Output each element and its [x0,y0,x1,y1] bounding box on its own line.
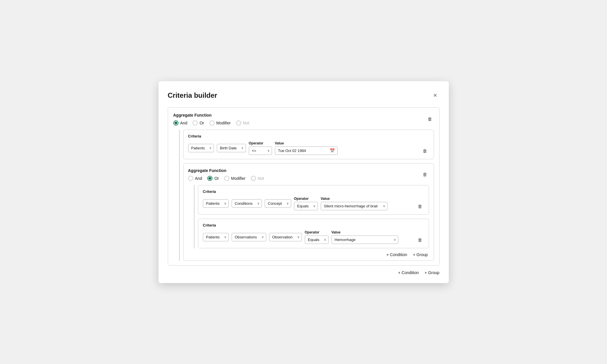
observations-criteria-row: Patients ∨ Observations [203,230,424,244]
outer-aggregate-section: Aggregate Function And Or Modifier [173,113,249,126]
birthdate-patients-group: Patients ∨ [188,144,214,152]
inner-radio-or-input[interactable] [207,176,212,181]
observations-field-wrap: Observation ∨ [269,233,302,241]
conditions-operator-label: Operator [294,197,318,201]
outer-radio-or-input[interactable] [192,120,198,126]
conditions-type-wrap: Conditions ∨ [232,199,262,208]
outer-radio-and-label: And [180,121,188,125]
observations-patients-wrap: Patients ∨ [203,233,229,241]
inner-group-action-row: + Condition + Group [188,252,429,257]
outer-criteria-container: Criteria Patients ∨ [179,130,434,261]
birthdate-field-select[interactable]: Birth Date [217,144,246,152]
inner-group-box: Aggregate Function And Or [183,163,434,261]
inner-radio-row: And Or Modifier [188,176,264,181]
outer-radio-or[interactable]: Or [192,120,204,126]
operator-label: Operator [249,141,272,145]
observations-criteria-delete-button[interactable]: 🗑 [416,236,424,244]
observations-type-select[interactable]: Observations [232,233,266,241]
conditions-value-group: Value Silent micro-hemorrhage of brair ∨ [321,197,388,210]
outer-add-group-button[interactable]: + Group [425,270,440,275]
conditions-criteria-box: Criteria Patients ∨ [198,185,429,215]
observations-value-select[interactable]: Hemorrhage [332,236,398,244]
outer-add-condition-button[interactable]: + Condition [398,270,419,275]
conditions-value-select[interactable]: Silent micro-hemorrhage of brair [321,202,388,210]
birthdate-patients-select[interactable]: Patients [188,144,214,152]
conditions-operator-select[interactable]: Equals [294,202,318,210]
inner-aggregate-row: Aggregate Function And Or [188,168,429,181]
observations-fields: Patients ∨ Observations [203,230,398,244]
birthdate-value-input-wrap: 📅 [275,146,338,155]
inner-radio-modifier[interactable]: Modifier [224,176,246,181]
inner-group-delete-button[interactable]: 🗑 [421,171,429,178]
inner-criteria-container: Criteria Patients ∨ [194,185,429,248]
outer-radio-not-input [236,120,241,126]
birthdate-operator-select-wrap: <= ∨ [249,146,272,155]
observations-operator-wrap: Equals ∨ [305,236,329,244]
inner-radio-and[interactable]: And [188,176,202,181]
conditions-type-select[interactable]: Conditions [232,199,262,208]
inner-radio-not-input [251,176,256,181]
outer-radio-modifier-input[interactable] [209,120,215,126]
outer-radio-modifier-label: Modifier [216,121,231,125]
criteria-builder-dialog: Criteria builder × Aggregate Function An… [158,81,449,283]
outer-radio-row: And Or Modifier Not [173,120,249,126]
inner-radio-modifier-input[interactable] [224,176,229,181]
outer-group-delete-button[interactable]: 🗑 [426,115,434,123]
conditions-concept-group: Concept ∨ [265,199,291,208]
inner-radio-or[interactable]: Or [207,176,219,181]
birthdate-delete-icon: 🗑 [423,149,427,153]
conditions-criteria-label: Criteria [203,189,424,194]
observations-field-select[interactable]: Observation [269,233,302,241]
conditions-criteria-delete-button[interactable]: 🗑 [416,203,424,210]
observations-field-group: Observation ∨ [269,233,302,241]
observations-operator-group: Operator Equals ∨ [305,230,329,244]
outer-group-delete-icon: 🗑 [428,117,432,122]
conditions-patients-select[interactable]: Patients [203,199,229,208]
value-label: Value [275,141,338,145]
observations-patients-group: Patients ∨ [203,233,229,241]
conditions-patients-group: Patients ∨ [203,199,229,208]
birthdate-value-input[interactable] [275,146,338,155]
close-button[interactable]: × [431,90,440,100]
conditions-type-group: Conditions ∨ [232,199,262,208]
dialog-header: Criteria builder × [168,90,440,100]
birthdate-criteria-delete-button[interactable]: 🗑 [421,147,429,155]
observations-operator-select[interactable]: Equals [305,236,329,244]
observations-value-group: Value Hemorrhage ∨ [332,230,398,244]
outer-radio-not: Not [236,120,249,126]
birthdate-criteria-row: Patients ∨ Birth Date ∨ [188,141,429,155]
observations-value-wrap: Hemorrhage ∨ [332,236,398,244]
observations-criteria-box: Criteria Patients ∨ [198,219,429,248]
outer-radio-or-label: Or [199,121,204,125]
inner-radio-not-label: Not [258,176,264,181]
birthdate-fields: Patients ∨ Birth Date ∨ [188,141,338,155]
conditions-concept-select[interactable]: Concept [265,199,291,208]
outer-aggregate-label: Aggregate Function [173,113,249,117]
inner-add-condition-button[interactable]: + Condition [386,252,407,257]
inner-add-group-button[interactable]: + Group [413,252,428,257]
inner-radio-not: Not [251,176,264,181]
conditions-delete-icon: 🗑 [418,204,422,209]
observations-patients-select[interactable]: Patients [203,233,229,241]
outer-aggregate-row: Aggregate Function And Or Modifier [173,113,434,126]
conditions-operator-wrap: Equals ∨ [294,202,318,210]
birthdate-criteria-label: Criteria [188,134,429,138]
birthdate-patients-select-wrap: Patients ∨ [188,144,214,152]
conditions-value-wrap: Silent micro-hemorrhage of brair ∨ [321,202,388,210]
inner-group-delete-icon: 🗑 [423,172,427,177]
outer-action-row: + Condition + Group [168,270,440,275]
inner-radio-and-input[interactable] [188,176,193,181]
observations-delete-icon: 🗑 [418,238,422,242]
observations-type-wrap: Observations ∨ [232,233,266,241]
birthdate-field-group: Birth Date ∨ [217,144,246,152]
outer-radio-and-input[interactable] [173,120,179,126]
conditions-fields: Patients ∨ Conditions [203,197,388,210]
birthdate-operator-select[interactable]: <= [249,146,272,155]
observations-type-group: Observations ∨ [232,233,266,241]
inner-aggregate-section: Aggregate Function And Or [188,168,264,181]
birthdate-criteria-box: Criteria Patients ∨ [183,130,434,159]
observations-value-label: Value [332,230,398,234]
inner-aggregate-label: Aggregate Function [188,168,264,173]
outer-radio-and[interactable]: And [173,120,188,126]
outer-radio-modifier[interactable]: Modifier [209,120,231,126]
